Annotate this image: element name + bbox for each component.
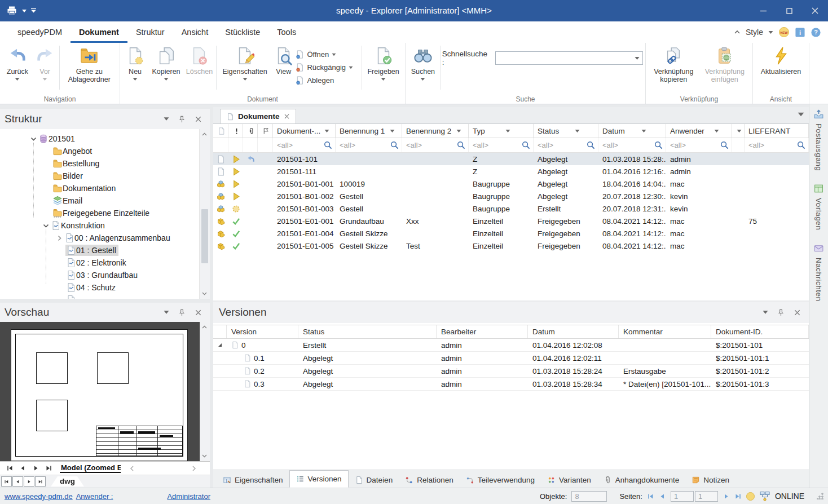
tree-item[interactable]: 01 : Gestell (0, 244, 200, 257)
ablegen-button[interactable]: Ablegen (296, 74, 360, 86)
column-header[interactable]: Anwender (666, 124, 732, 138)
new-badge-icon[interactable]: NEW (778, 26, 790, 38)
document-row[interactable]: 201501-E01-001GrundaufbauXxxEinzelteilFr… (213, 215, 809, 227)
column-header[interactable] (732, 124, 745, 138)
previous-layout-icon[interactable] (19, 465, 27, 472)
versionen-pin-icon[interactable] (777, 309, 785, 316)
dwg-file-tab[interactable]: dwg (51, 476, 84, 487)
view-button[interactable]: View (271, 45, 296, 92)
version-row[interactable]: 0.2Abgelegtadmin01.03.2018 15:28:24Ersta… (213, 365, 809, 378)
next-layout-icon[interactable] (32, 465, 39, 472)
verknuepfung-kopieren-button[interactable]: Verknüpfung kopieren (648, 45, 699, 92)
bottom-tab-versionen[interactable]: Versionen (289, 470, 349, 488)
filter-cell[interactable]: <all> (745, 138, 809, 152)
column-header[interactable] (243, 124, 258, 138)
bottom-tab-teileverwendung[interactable]: Teileverwendung (460, 472, 541, 488)
filter-placeholder[interactable]: <all> (406, 141, 422, 149)
column-header[interactable]: Benennung 1 (336, 124, 402, 138)
oeffnen-button[interactable]: Öffnen (296, 48, 360, 60)
column-header[interactable]: Benennung 2 (402, 124, 469, 138)
scroll-tabs-left-icon[interactable] (129, 465, 135, 472)
aktualisieren-button[interactable]: Aktualisieren (755, 45, 807, 92)
preview-scrollbar[interactable] (199, 322, 210, 461)
document-row[interactable]: 201501-E01-005Gestell SkizzeTestEinzelte… (213, 240, 809, 252)
filter-cell[interactable]: <all> (534, 138, 598, 152)
tree-item[interactable] (0, 294, 200, 299)
vorschau-menu-icon[interactable] (164, 310, 169, 315)
ribbon-tab-tools[interactable]: Tools (268, 21, 305, 43)
filter-placeholder[interactable]: <all> (473, 141, 488, 149)
scroll-up-icon[interactable] (201, 324, 208, 331)
side-tab-nachrichten[interactable]: Nachrichten (813, 243, 824, 302)
filter-cell[interactable]: <all> (402, 138, 469, 152)
search-icon[interactable] (587, 141, 595, 149)
column-header[interactable]: Datum (598, 124, 666, 138)
column-header[interactable] (258, 124, 273, 138)
bottom-tab-notizen[interactable]: Notizen (685, 472, 735, 488)
tree-expander-icon[interactable] (29, 135, 38, 143)
vor-button[interactable]: Vor (33, 45, 58, 92)
maximize-button[interactable] (776, 0, 802, 21)
sort-caret-icon[interactable] (714, 129, 719, 133)
next-page-icon[interactable] (723, 493, 730, 500)
anwender-value-link[interactable]: Administrator (167, 492, 210, 501)
previous-page-icon[interactable] (659, 493, 666, 500)
column-header[interactable]: Bearbeiter (437, 325, 528, 338)
tree-expander-icon[interactable] (55, 234, 64, 242)
current-page-field[interactable]: 1 (671, 491, 694, 502)
version-row[interactable]: 0.1Abgelegtadmin01.04.2016 12:02:11$:201… (213, 352, 809, 365)
document-row[interactable]: 201501-101ZAbgelegt01.03.2018 15:28:...a… (213, 153, 809, 165)
search-icon[interactable] (720, 141, 729, 149)
ribbon-tab-struktur[interactable]: Struktur (127, 21, 173, 43)
tree-item[interactable]: 201501 (0, 132, 200, 145)
filter-cell[interactable]: <all> (666, 138, 732, 152)
search-icon[interactable] (797, 141, 805, 149)
previous-file-button[interactable] (12, 476, 23, 487)
preview-viewport[interactable] (0, 322, 210, 461)
ribbon-tab-ansicht[interactable]: Ansicht (173, 21, 217, 43)
filter-placeholder[interactable]: <all> (602, 141, 618, 149)
sort-caret-icon[interactable] (575, 129, 580, 133)
minimize-button[interactable] (750, 0, 776, 21)
document-row[interactable]: 201501-B01-001100019BaugruppeAbgelegt18.… (213, 178, 809, 190)
gehe-zu-ablageordner-button[interactable]: Gehe zu Ablageordner (61, 45, 118, 92)
printer-dropdown-icon[interactable] (22, 9, 27, 12)
schnellsuche-caret-icon[interactable] (635, 56, 640, 60)
kopieren-button[interactable]: Kopieren (148, 45, 184, 92)
tree-item[interactable]: Angebot (0, 145, 200, 157)
version-expander-cell[interactable] (213, 342, 227, 348)
sort-caret-icon[interactable] (505, 129, 510, 133)
dokumente-tab[interactable]: Dokumente (220, 109, 296, 123)
tree-item[interactable]: Email (0, 194, 200, 207)
column-header[interactable] (228, 124, 243, 138)
info-icon[interactable]: i (795, 27, 805, 38)
column-header[interactable]: Status (298, 325, 437, 338)
vorschau-close-icon[interactable] (195, 309, 202, 316)
neu-button[interactable]: Neu (122, 45, 148, 92)
document-row[interactable]: 201501-B01-003GestellBaugruppeErstellt20… (213, 202, 809, 215)
zurueck-button[interactable]: Zurück (2, 45, 33, 92)
website-link[interactable]: www.speedy-pdm.de (5, 492, 73, 501)
bottom-tab-eigenschaften[interactable]: Eigenschaften (217, 472, 289, 488)
document-row[interactable]: 201501-111ZAbgelegt01.04.2016 12:16:...a… (213, 165, 809, 178)
scroll-down-icon[interactable] (201, 290, 208, 297)
customize-toolbar-icon[interactable] (30, 8, 37, 14)
ribbon-tab-stückliste[interactable]: Stückliste (217, 21, 268, 43)
sort-caret-icon[interactable] (456, 129, 461, 133)
tree-item[interactable]: 00 : Anlagenzusammenbau (0, 232, 200, 244)
filter-cell[interactable]: <all> (469, 138, 534, 152)
schnellsuche-input[interactable] (495, 51, 643, 65)
first-file-button[interactable] (1, 476, 12, 487)
vorschau-pin-icon[interactable] (178, 309, 186, 316)
column-header[interactable]: Dokument-ID. (711, 325, 809, 338)
filter-placeholder[interactable]: <all> (748, 141, 764, 149)
search-icon[interactable] (324, 141, 332, 149)
column-header[interactable]: Version (227, 325, 298, 338)
scroll-up-icon[interactable] (201, 131, 208, 138)
side-tab-vorlagen[interactable]: Vorlagen (813, 183, 824, 230)
printer-icon[interactable] (6, 5, 18, 16)
last-page-icon[interactable] (734, 493, 742, 500)
search-icon[interactable] (654, 141, 663, 149)
side-tab-postausgang[interactable]: Postausgang (813, 109, 824, 171)
struktur-pin-icon[interactable] (178, 116, 186, 123)
